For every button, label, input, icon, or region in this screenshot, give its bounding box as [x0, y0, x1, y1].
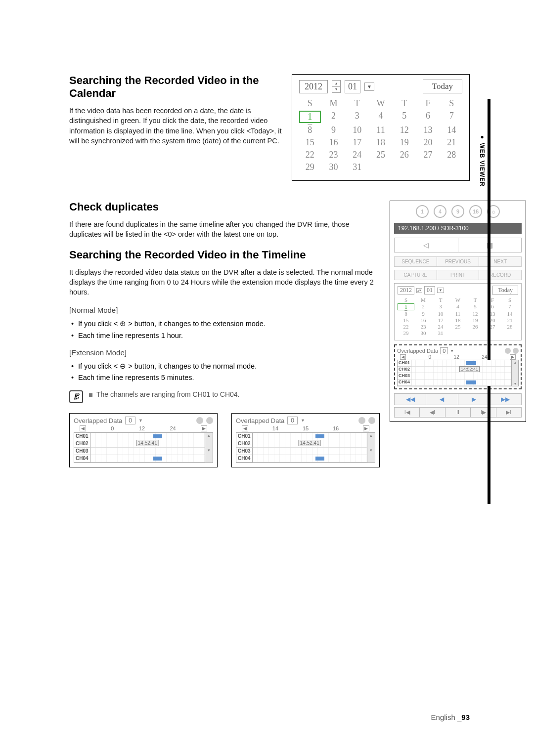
- calendar-day[interactable]: 8: [299, 125, 321, 135]
- step-button[interactable]: I◀: [395, 408, 420, 417]
- calendar-day[interactable]: 12: [467, 311, 484, 317]
- calendar-day[interactable]: 5: [467, 303, 484, 310]
- calendar-day[interactable]: 2: [415, 303, 432, 310]
- calendar-day[interactable]: 24: [346, 150, 368, 160]
- calendar-day[interactable]: 3: [432, 303, 449, 310]
- panel-cal-month[interactable]: 01: [424, 286, 435, 294]
- calendar-day[interactable]: 29: [299, 162, 321, 172]
- calendar-day[interactable]: 22: [299, 150, 321, 160]
- timeline-cursor[interactable]: 14:52:41: [299, 440, 321, 446]
- month-dropdown-icon[interactable]: ▼: [364, 83, 374, 91]
- calendar-day[interactable]: 5: [394, 111, 415, 123]
- calendar-day[interactable]: 28: [441, 150, 462, 160]
- calendar-day[interactable]: 1: [398, 303, 414, 310]
- calendar-day[interactable]: 12: [394, 125, 415, 135]
- calendar-day[interactable]: 25: [449, 324, 466, 330]
- calendar-day[interactable]: 23: [323, 150, 345, 160]
- timeline-cursor[interactable]: 14:52:41: [459, 366, 480, 372]
- calendar-day[interactable]: 26: [394, 150, 415, 160]
- ruler-next-icon[interactable]: ▶: [510, 354, 516, 360]
- split-prev-icon[interactable]: ◁: [395, 238, 458, 252]
- timeline-cursor[interactable]: 14:52:41: [136, 440, 159, 446]
- playback-button[interactable]: ◀◀: [395, 394, 426, 405]
- panel-today-button[interactable]: Today: [492, 286, 518, 295]
- calendar-day[interactable]: 20: [417, 137, 439, 148]
- calendar-day[interactable]: 23: [415, 324, 432, 330]
- zoom-out-icon[interactable]: [368, 417, 375, 424]
- calendar-day[interactable]: 16: [323, 137, 345, 148]
- calendar-day[interactable]: 16: [415, 317, 432, 323]
- ruler-prev-icon[interactable]: ◀: [242, 425, 248, 431]
- calendar-day[interactable]: 14: [501, 311, 518, 317]
- calendar-day[interactable]: 19: [467, 317, 484, 323]
- calendar-day[interactable]: 11: [370, 125, 392, 135]
- calendar-day[interactable]: 13: [484, 311, 501, 317]
- overlap-selector[interactable]: 0: [287, 417, 298, 424]
- overlap-dropdown-icon[interactable]: ▼: [301, 418, 305, 423]
- panel-month-dropdown-icon[interactable]: ▼: [437, 288, 444, 293]
- scroll-up-icon[interactable]: ▴: [205, 433, 213, 448]
- calendar-day[interactable]: 20: [484, 317, 501, 323]
- calendar-day[interactable]: 4: [449, 303, 466, 310]
- calendar-day[interactable]: 28: [501, 324, 518, 330]
- scroll-up-icon[interactable]: ▴: [512, 360, 518, 365]
- playback-button[interactable]: ▶: [458, 394, 490, 405]
- calendar-day[interactable]: 24: [432, 324, 449, 330]
- calendar-day[interactable]: 26: [467, 324, 484, 330]
- panel-button[interactable]: PREVIOUS: [437, 257, 480, 266]
- calendar-day[interactable]: 30: [415, 330, 432, 336]
- calendar-day[interactable]: 18: [370, 137, 392, 148]
- step-button[interactable]: ▶I: [496, 408, 521, 417]
- ruler-prev-icon[interactable]: ◀: [80, 425, 86, 431]
- calendar-day[interactable]: 8: [398, 311, 414, 317]
- calendar-day[interactable]: 30: [323, 162, 345, 172]
- calendar-day[interactable]: 22: [398, 324, 414, 330]
- overlap-dropdown-icon[interactable]: ▼: [450, 349, 454, 353]
- step-button[interactable]: I▶: [471, 408, 496, 417]
- overlap-selector[interactable]: 0: [440, 347, 448, 354]
- panel-button[interactable]: RECORD: [479, 270, 521, 280]
- calendar-day[interactable]: 6: [484, 303, 501, 310]
- layout-button[interactable]: 9: [451, 205, 464, 218]
- calendar-day[interactable]: 11: [449, 311, 466, 317]
- layout-button[interactable]: 1: [416, 205, 429, 218]
- calendar-day[interactable]: 9: [415, 311, 432, 317]
- layout-button[interactable]: 16: [469, 205, 482, 218]
- calendar-day[interactable]: 4: [370, 111, 392, 123]
- calendar-day[interactable]: 21: [501, 317, 518, 323]
- ruler-prev-icon[interactable]: ◀: [400, 354, 406, 360]
- overlap-dropdown-icon[interactable]: ▼: [138, 418, 143, 423]
- overlap-selector[interactable]: 0: [125, 417, 135, 424]
- scroll-down-icon[interactable]: ▾: [205, 448, 213, 462]
- calendar-day[interactable]: 6: [417, 111, 439, 123]
- layout-button[interactable]: 4: [434, 205, 446, 218]
- today-button[interactable]: Today: [423, 80, 462, 93]
- year-spinner[interactable]: ▴▾: [332, 80, 341, 93]
- scroll-up-icon[interactable]: ▴: [367, 433, 375, 448]
- calendar-day[interactable]: 27: [484, 324, 501, 330]
- ruler-next-icon[interactable]: ▶: [201, 425, 207, 431]
- timeline-track[interactable]: [253, 448, 367, 455]
- calendar-day[interactable]: 15: [299, 137, 321, 148]
- timeline-track[interactable]: [411, 373, 511, 379]
- timeline-track[interactable]: [253, 455, 367, 462]
- timeline-track[interactable]: [90, 455, 205, 462]
- playback-button[interactable]: ▶▶: [490, 394, 521, 405]
- panel-button[interactable]: NEXT: [479, 257, 521, 266]
- calendar-day[interactable]: 15: [398, 317, 414, 323]
- calendar-day[interactable]: 17: [432, 317, 449, 323]
- panel-button[interactable]: SEQUENCE: [395, 257, 437, 266]
- ruler-next-icon[interactable]: ▶: [363, 425, 369, 431]
- calendar-day[interactable]: 17: [346, 137, 368, 148]
- calendar-day[interactable]: 29: [398, 330, 414, 336]
- zoom-in-icon[interactable]: [196, 417, 203, 424]
- calendar-day[interactable]: 3: [346, 111, 368, 123]
- panel-cal-year[interactable]: 2012: [398, 286, 414, 294]
- calendar-day[interactable]: 10: [432, 311, 449, 317]
- calendar-day[interactable]: 31: [346, 162, 368, 172]
- cal-year[interactable]: 2012: [299, 80, 328, 93]
- calendar-day[interactable]: 18: [449, 317, 466, 323]
- scroll-down-icon[interactable]: ▾: [367, 448, 375, 462]
- timeline-track[interactable]: [411, 379, 511, 386]
- panel-button[interactable]: CAPTURE: [395, 270, 437, 280]
